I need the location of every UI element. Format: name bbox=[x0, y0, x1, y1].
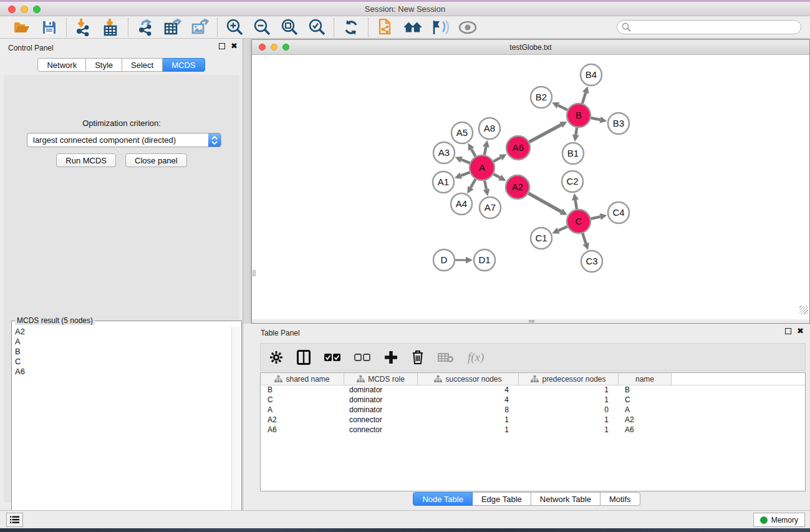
save-session-icon[interactable] bbox=[40, 19, 59, 36]
table-cell[interactable]: 0 bbox=[519, 405, 619, 415]
table-row[interactable]: Cdominator41C bbox=[261, 395, 805, 405]
deselect-all-icon[interactable] bbox=[354, 353, 370, 362]
float-panel-icon[interactable] bbox=[785, 328, 791, 334]
tab-edge-table[interactable]: Edge Table bbox=[473, 492, 531, 506]
graph-edge[interactable] bbox=[558, 105, 567, 110]
tab-style[interactable]: Style bbox=[86, 58, 122, 72]
tab-network-table[interactable]: Network Table bbox=[531, 492, 600, 506]
graph-edge[interactable] bbox=[576, 128, 577, 135]
close-panel-icon[interactable]: ✖ bbox=[797, 328, 804, 334]
mcds-result-list[interactable]: A2ABCA6 bbox=[13, 327, 231, 532]
select-all-icon[interactable] bbox=[324, 353, 340, 362]
table-cell[interactable]: dominator bbox=[344, 385, 418, 395]
import-network-icon[interactable] bbox=[74, 19, 93, 36]
tab-node-table[interactable]: Node Table bbox=[413, 492, 473, 506]
column-header-successor-nodes[interactable]: successor nodes bbox=[418, 373, 519, 385]
memory-button[interactable]: Memory bbox=[753, 513, 805, 527]
table-cell[interactable]: 1 bbox=[418, 425, 519, 435]
table-cell[interactable]: 1 bbox=[519, 415, 619, 425]
table-row[interactable]: A2connector11A2 bbox=[261, 415, 805, 425]
table-cell[interactable]: 4 bbox=[418, 395, 519, 405]
table-cell[interactable]: A bbox=[261, 405, 344, 415]
column-header-shared-name[interactable]: shared name bbox=[261, 373, 344, 385]
table-cell[interactable]: B bbox=[261, 385, 344, 395]
delete-icon[interactable] bbox=[412, 350, 424, 365]
zoom-window-button[interactable] bbox=[33, 6, 41, 13]
table-cell[interactable]: A6 bbox=[261, 425, 344, 435]
minimize-window-button[interactable] bbox=[21, 6, 28, 13]
tab-motifs[interactable]: Motifs bbox=[600, 492, 640, 506]
refresh-icon[interactable] bbox=[342, 19, 360, 36]
result-list-item[interactable]: A6 bbox=[13, 367, 231, 377]
zoom-selected-icon[interactable] bbox=[307, 19, 326, 36]
column-header-mcds-role[interactable]: MCDS role bbox=[344, 373, 418, 385]
network-horizontal-scrollbar[interactable] bbox=[252, 319, 809, 323]
graph-edge[interactable] bbox=[493, 174, 499, 178]
table-cell[interactable]: dominator bbox=[344, 405, 418, 415]
graph-edge[interactable] bbox=[485, 147, 486, 155]
graph-edge[interactable] bbox=[591, 118, 600, 120]
graph-edge[interactable] bbox=[461, 172, 470, 175]
criterion-dropdown[interactable]: largest connected component (directed) bbox=[27, 133, 221, 147]
column-browser-icon[interactable] bbox=[297, 350, 311, 365]
graph-edge[interactable] bbox=[529, 125, 561, 142]
tab-network[interactable]: Network bbox=[37, 58, 86, 72]
run-mcds-button[interactable]: Run MCDS bbox=[56, 153, 116, 167]
network-canvas[interactable]: AA1A2A3A4A5A6A7A8BB1B2B3B4CC1C2C3C4DD1 bbox=[252, 55, 809, 319]
graph-edge[interactable] bbox=[493, 157, 501, 161]
table-cell[interactable]: connector bbox=[344, 425, 418, 435]
table-cell[interactable]: A2 bbox=[619, 415, 672, 425]
result-list-item[interactable]: A bbox=[13, 337, 231, 347]
table-cell[interactable]: 4 bbox=[418, 385, 519, 395]
graph-edge[interactable] bbox=[461, 160, 470, 163]
table-cell[interactable]: A2 bbox=[261, 415, 344, 425]
export-image-icon[interactable] bbox=[191, 19, 210, 36]
resize-grip[interactable] bbox=[799, 306, 808, 314]
network-graph[interactable]: AA1A2A3A4A5A6A7A8BB1B2B3B4CC1C2C3C4DD1 bbox=[252, 55, 809, 319]
graph-edge[interactable] bbox=[576, 200, 577, 210]
column-header-predecessor-nodes[interactable]: predecessor nodes bbox=[519, 373, 619, 385]
delete-column-icon[interactable] bbox=[438, 352, 454, 363]
table-row[interactable]: Bdominator41B bbox=[261, 385, 805, 395]
table-cell[interactable]: 1 bbox=[418, 415, 519, 425]
graph-edge[interactable] bbox=[582, 233, 586, 243]
hide-panel-icon[interactable] bbox=[431, 19, 450, 36]
graph-edge[interactable] bbox=[582, 93, 586, 104]
close-panel-button[interactable]: Close panel bbox=[125, 153, 187, 167]
tab-mcds[interactable]: MCDS bbox=[163, 58, 205, 72]
close-panel-icon[interactable]: ✖ bbox=[231, 43, 238, 49]
table-row[interactable]: A6connector11A6 bbox=[261, 425, 805, 435]
search-input[interactable] bbox=[617, 20, 801, 34]
table-cell[interactable]: C bbox=[619, 395, 672, 405]
show-panel-icon[interactable] bbox=[458, 19, 477, 36]
export-table-icon[interactable] bbox=[163, 19, 182, 36]
float-panel-icon[interactable] bbox=[219, 43, 225, 49]
export-network-icon[interactable] bbox=[136, 19, 155, 36]
result-scrollbar[interactable] bbox=[231, 327, 241, 532]
table-cell[interactable]: B bbox=[619, 385, 672, 395]
table-cell[interactable]: C bbox=[261, 395, 344, 405]
close-window-button[interactable] bbox=[8, 6, 16, 13]
graph-edge[interactable] bbox=[485, 181, 486, 190]
home-icon[interactable] bbox=[403, 19, 422, 36]
tab-select[interactable]: Select bbox=[122, 58, 163, 72]
graph-edge[interactable] bbox=[471, 149, 476, 157]
table-cell[interactable]: dominator bbox=[344, 395, 418, 405]
zoom-out-icon[interactable] bbox=[253, 19, 271, 36]
import-table-icon[interactable] bbox=[102, 19, 120, 36]
table-cell[interactable]: 8 bbox=[418, 405, 519, 415]
table-cell[interactable]: 1 bbox=[519, 395, 619, 405]
add-column-icon[interactable] bbox=[384, 351, 398, 364]
table-cell[interactable]: A6 bbox=[619, 425, 672, 435]
open-file-icon[interactable] bbox=[12, 19, 31, 36]
task-history-button[interactable] bbox=[6, 513, 23, 527]
table-cell[interactable]: 1 bbox=[519, 425, 619, 435]
graph-edge[interactable] bbox=[471, 179, 476, 188]
result-list-item[interactable]: A2 bbox=[13, 327, 231, 337]
table-cell[interactable]: connector bbox=[344, 415, 418, 425]
result-list-item[interactable]: B bbox=[13, 347, 231, 357]
graph-edge[interactable] bbox=[558, 226, 567, 230]
session-network-icon[interactable] bbox=[376, 19, 395, 36]
table-cell[interactable]: A bbox=[619, 405, 672, 415]
function-builder-icon[interactable]: f(x) bbox=[468, 351, 484, 364]
